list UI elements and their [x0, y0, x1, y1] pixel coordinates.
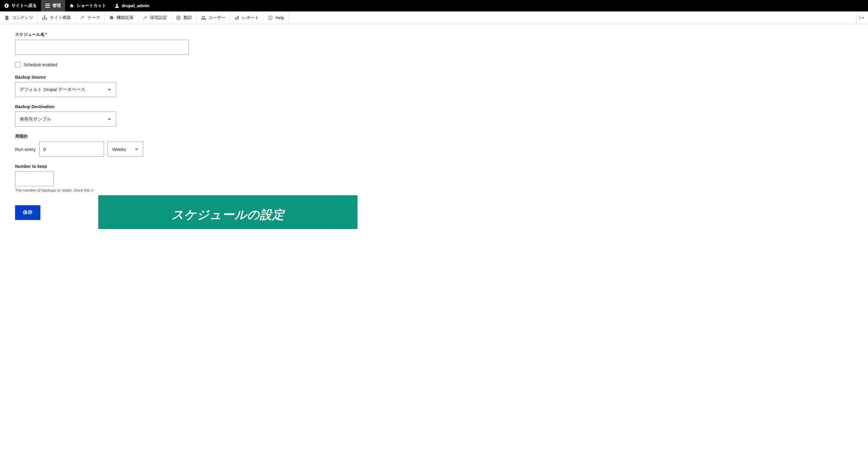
nav-extend-label: 機能拡張 [117, 15, 133, 21]
nav-structure[interactable]: サイト構築 [38, 11, 75, 24]
field-frequency: 周期的 Run every Weeks [15, 134, 437, 157]
nav-config-label: 環境設定 [150, 15, 167, 21]
nav-help-label: Help [276, 15, 284, 20]
svg-text:?: ? [270, 16, 271, 19]
period-value: Weeks [112, 147, 126, 152]
field-schedule-name: スケジュール名* [15, 32, 437, 55]
backup-source-label: Backup Source [15, 75, 437, 79]
schedule-form: スケジュール名* Schedule enabled Backup Source … [0, 24, 452, 229]
svg-rect-8 [46, 19, 47, 20]
chart-icon [234, 15, 240, 21]
number-to-keep-label: Number to keep [15, 164, 437, 169]
overlay-banner: スケジュールの設定 [98, 195, 358, 229]
nav-structure-label: サイト構築 [50, 15, 71, 21]
nav-reports[interactable]: レポート [230, 11, 264, 24]
nav-help[interactable]: ? Help [264, 11, 289, 24]
shortcuts-label: ショートカット [76, 3, 106, 8]
backup-destination-label: Backup Destination [15, 104, 437, 109]
manage-button[interactable]: 管理 [41, 0, 65, 11]
file-icon [4, 15, 10, 21]
puzzle-icon [109, 15, 114, 21]
svg-rect-6 [42, 19, 43, 20]
people-icon [201, 15, 206, 21]
field-number-to-keep: Number to keep The number of backups to … [15, 164, 437, 193]
field-backup-source: Backup Source デフォルト Drupal データベース [15, 75, 437, 97]
backup-destination-select[interactable]: 保存先サンプル [15, 111, 116, 127]
run-every-label: Run every [15, 147, 36, 152]
globe-icon [176, 15, 181, 21]
nav-translate[interactable]: 翻訳 [172, 11, 196, 24]
field-schedule-enabled: Schedule enabled [15, 62, 437, 67]
nav-people[interactable]: ユーザー [196, 11, 230, 24]
schedule-enabled-label: Schedule enabled [24, 62, 57, 67]
backup-destination-value: 保存先サンプル [20, 116, 51, 122]
schedule-name-label: スケジュール名* [15, 32, 437, 37]
user-icon [115, 3, 119, 8]
star-icon [69, 3, 74, 8]
backup-source-value: デフォルト Drupal データベース [20, 87, 85, 93]
user-menu-button[interactable]: drupal_admin [110, 0, 154, 11]
back-to-site-button[interactable]: サイトへ戻る [0, 0, 41, 11]
frequency-row: Run every Weeks [15, 141, 437, 157]
schedule-name-label-text: スケジュール名 [15, 32, 44, 37]
chevron-down-icon [107, 117, 112, 121]
nav-content-label: コンテンツ [12, 15, 33, 21]
svg-point-11 [204, 16, 205, 18]
backup-source-select[interactable]: デフォルト Drupal データベース [15, 82, 116, 97]
manage-label: 管理 [53, 3, 61, 8]
svg-rect-3 [45, 7, 50, 8]
user-label: drupal_admin [122, 3, 150, 8]
chevron-down-icon [107, 87, 112, 92]
toolbar-spacer [289, 11, 856, 24]
svg-rect-5 [44, 15, 45, 17]
collapse-icon [860, 16, 865, 20]
admin-toolbar: コンテンツ サイト構築 テーマ 機能拡張 環境設定 翻訳 ユーザー レポート ?… [0, 11, 868, 24]
svg-rect-14 [238, 16, 239, 20]
hamburger-icon [45, 4, 50, 8]
chevron-down-icon [134, 147, 138, 151]
svg-rect-12 [235, 18, 236, 20]
nav-appearance[interactable]: テーマ [75, 11, 104, 24]
nav-extend[interactable]: 機能拡張 [104, 11, 138, 24]
svg-rect-2 [45, 5, 50, 6]
svg-point-10 [202, 16, 204, 18]
sitemap-icon [42, 15, 47, 21]
nav-appearance-label: テーマ [87, 15, 100, 21]
schedule-enabled-checkbox[interactable] [15, 62, 21, 67]
schedule-name-input[interactable] [15, 40, 189, 55]
required-marker: * [45, 32, 47, 37]
nav-reports-label: レポート [242, 15, 259, 21]
svg-rect-1 [45, 4, 50, 4]
back-arrow-icon [4, 3, 9, 8]
svg-rect-13 [237, 17, 238, 20]
period-select[interactable]: Weeks [107, 141, 143, 157]
topbar: サイトへ戻る 管理 ショートカット drupal_admin [0, 0, 868, 11]
field-backup-destination: Backup Destination 保存先サンプル [15, 104, 437, 127]
shortcuts-button[interactable]: ショートカット [65, 0, 110, 11]
frequency-label: 周期的 [15, 134, 437, 139]
nav-translate-label: 翻訳 [184, 15, 192, 21]
svg-rect-7 [44, 19, 45, 20]
collapse-toolbar-button[interactable] [856, 11, 868, 24]
number-to-keep-description: The number of backups to retain. Once th… [15, 188, 437, 193]
nav-people-label: ユーザー [209, 15, 225, 21]
save-button[interactable]: 保存 [15, 205, 40, 220]
nav-content[interactable]: コンテンツ [0, 11, 38, 24]
nav-config[interactable]: 環境設定 [138, 11, 172, 24]
svg-point-0 [4, 4, 9, 8]
back-label: サイトへ戻る [11, 3, 37, 8]
wrench-icon [80, 15, 85, 21]
tools-icon [142, 15, 148, 21]
run-every-input[interactable] [39, 141, 104, 157]
help-icon: ? [268, 15, 273, 21]
svg-point-4 [116, 4, 118, 6]
number-to-keep-input[interactable] [15, 171, 54, 186]
svg-rect-17 [860, 16, 860, 20]
